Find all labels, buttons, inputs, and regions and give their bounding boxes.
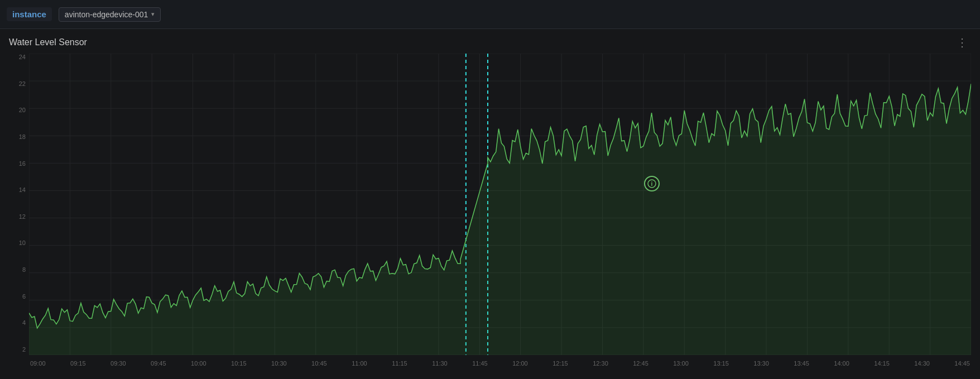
x-label: 11:15 [392,360,407,367]
x-label: 12:30 [593,360,608,367]
x-label: 09:45 [151,360,166,367]
x-label: 13:45 [794,360,809,367]
y-label: 8 [22,266,26,273]
x-label: 12:45 [633,360,648,367]
x-label: 14:00 [834,360,849,367]
x-label: 13:30 [753,360,769,367]
x-label: 13:00 [673,360,689,367]
x-label: 10:45 [311,360,327,367]
device-name: avinton-edgedevice-001 [65,10,148,19]
instance-label: instance [7,7,52,21]
y-label: 10 [19,239,26,246]
chart-panel: Water Level Sensor ⋮ 2422201816141210864… [0,29,980,379]
x-label: 10:15 [231,360,247,367]
y-label: 24 [19,54,26,60]
y-axis: 24222018161412108642 [9,54,29,355]
x-axis: 09:0009:1509:3009:4510:0010:1510:3010:45… [29,355,971,372]
y-label: 22 [19,80,26,87]
device-dropdown[interactable]: avinton-edgedevice-001 ▾ [59,7,161,22]
x-label: 11:00 [352,360,367,367]
chart-title: Water Level Sensor [9,37,87,47]
panel-menu-button[interactable]: ⋮ [953,36,971,49]
x-label: 09:30 [111,360,126,367]
x-label: 14:45 [954,360,970,367]
y-label: 2 [22,346,26,353]
x-label: 12:00 [512,360,528,367]
y-label: 12 [19,213,26,220]
x-label: 09:15 [70,360,86,367]
y-label: 20 [19,107,26,113]
y-label: 18 [19,133,26,140]
svg-text:i: i [651,181,652,187]
y-label: 16 [19,160,26,167]
x-label: 14:30 [914,360,930,367]
header: instance avinton-edgedevice-001 ▾ [0,0,980,29]
x-label: 11:45 [472,360,488,367]
annotation-icon[interactable]: i [644,176,660,191]
panel-header: Water Level Sensor ⋮ [9,36,971,49]
y-label: 14 [19,186,26,193]
info-icon: i [647,179,656,188]
x-label: 11:30 [432,360,448,367]
chevron-down-icon: ▾ [151,11,155,18]
y-label: 4 [22,319,26,326]
x-label: 09:00 [30,360,46,367]
chart-container: 24222018161412108642 09:0009:1509:3009:4… [9,54,971,372]
x-label: 10:30 [271,360,287,367]
y-label: 6 [22,293,26,300]
chart-svg [29,54,971,355]
x-label: 12:15 [553,360,568,367]
x-label: 13:15 [713,360,729,367]
x-label: 14:15 [874,360,890,367]
x-label: 10:00 [191,360,206,367]
